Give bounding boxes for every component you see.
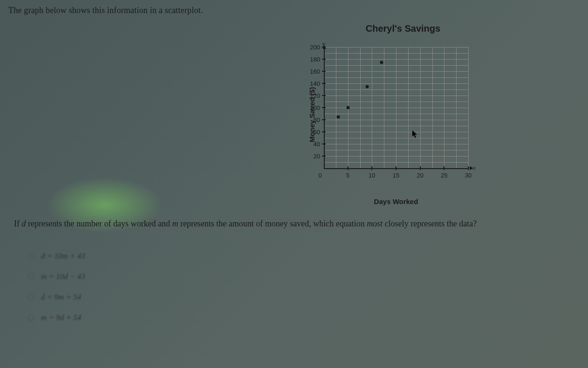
y-tick-mark xyxy=(322,156,326,157)
grid-line xyxy=(420,47,421,168)
x-tick-label: 5 xyxy=(346,172,349,179)
grid-line xyxy=(432,47,433,168)
y-tick-mark xyxy=(322,119,326,120)
x-tick-mark xyxy=(444,166,444,170)
option-label: m = 10d − 43 xyxy=(41,272,85,281)
grid-line xyxy=(396,47,397,168)
chart-title: Cheryl's Savings xyxy=(289,23,489,34)
grid-line xyxy=(372,47,372,168)
y-tick-mark xyxy=(322,107,326,108)
x-tick-label: 10 xyxy=(369,172,375,179)
y-tick-mark xyxy=(322,71,326,72)
y-tick-label: 180 xyxy=(310,56,320,63)
y-tick-label: 140 xyxy=(310,80,320,87)
y-tick-label: 200 xyxy=(310,44,320,51)
radio-icon xyxy=(28,294,34,300)
y-tick-mark xyxy=(322,83,326,84)
grid-line xyxy=(408,47,409,168)
grid-line xyxy=(444,47,444,168)
y-tick-mark xyxy=(322,59,326,60)
question-var-d: d xyxy=(22,219,26,228)
y-tick-label: 60 xyxy=(314,129,320,136)
option-b[interactable]: m = 10d − 43 xyxy=(28,272,85,281)
option-label: m = 9d + 54 xyxy=(41,313,81,322)
y-tick-mark xyxy=(322,95,326,96)
question-emphasis: most xyxy=(367,219,383,228)
radio-icon xyxy=(28,314,34,321)
chart-area: Money Saved ($) y 2040608010012014016018… xyxy=(289,38,489,191)
y-tick-label: 20 xyxy=(314,153,320,160)
grid-line xyxy=(468,47,469,168)
x-tick-mark xyxy=(348,166,349,170)
option-d[interactable]: m = 9d + 54 xyxy=(28,313,85,322)
question-mid1: represents the number of days worked and xyxy=(26,219,172,228)
intro-text: The graph below shows this information i… xyxy=(8,6,203,15)
y-tick-label: 160 xyxy=(310,68,320,75)
scatter-chart: Cheryl's Savings Money Saved ($) y 20406… xyxy=(289,23,489,196)
option-label: d = 10m + 43 xyxy=(41,252,85,261)
y-tick-label: 100 xyxy=(310,104,320,111)
plot-area: 20406080100120140160180200051015202530 xyxy=(324,47,468,168)
radio-icon xyxy=(28,273,34,280)
y-tick-mark xyxy=(322,143,326,144)
data-point xyxy=(366,85,369,88)
x-tick-label: 30 xyxy=(465,172,472,179)
x-tick-mark xyxy=(420,166,421,170)
data-point xyxy=(380,61,383,64)
answer-options: d = 10m + 43 m = 10d − 43 d = 9m + 54 m … xyxy=(28,252,85,334)
y-tick-mark xyxy=(322,47,326,48)
option-c[interactable]: d = 9m + 54 xyxy=(28,293,85,302)
x-tick-mark xyxy=(468,166,469,170)
origin-label: 0 xyxy=(318,172,321,179)
grid-line xyxy=(456,47,457,168)
x-tick-label: 25 xyxy=(441,172,447,179)
y-tick-mark xyxy=(322,131,326,132)
data-point xyxy=(337,115,340,118)
y-tick-label: 80 xyxy=(314,116,320,123)
grid-line xyxy=(336,47,336,168)
grid-line xyxy=(360,47,361,168)
radio-icon xyxy=(28,253,34,259)
x-tick-mark xyxy=(371,166,372,170)
x-tick-label: 20 xyxy=(417,172,423,179)
question-prefix: If xyxy=(14,219,22,228)
data-point xyxy=(346,106,349,109)
y-tick-label: 120 xyxy=(310,92,320,99)
y-tick-label: 40 xyxy=(314,141,320,148)
question-suffix: closely represents the data? xyxy=(383,219,477,228)
grid-line xyxy=(384,47,384,168)
x-tick-label: 15 xyxy=(393,172,399,179)
question-text: If d represents the number of days worke… xyxy=(14,219,574,229)
question-var-m: m xyxy=(172,219,178,228)
option-a[interactable]: d = 10m + 43 xyxy=(28,252,85,261)
x-axis-variable: x xyxy=(473,164,476,172)
x-axis-label: Days Worked xyxy=(360,198,418,205)
option-label: d = 9m + 54 xyxy=(41,293,81,302)
x-tick-mark xyxy=(396,166,397,170)
question-mid2: represents the amount of money saved, wh… xyxy=(178,219,367,228)
